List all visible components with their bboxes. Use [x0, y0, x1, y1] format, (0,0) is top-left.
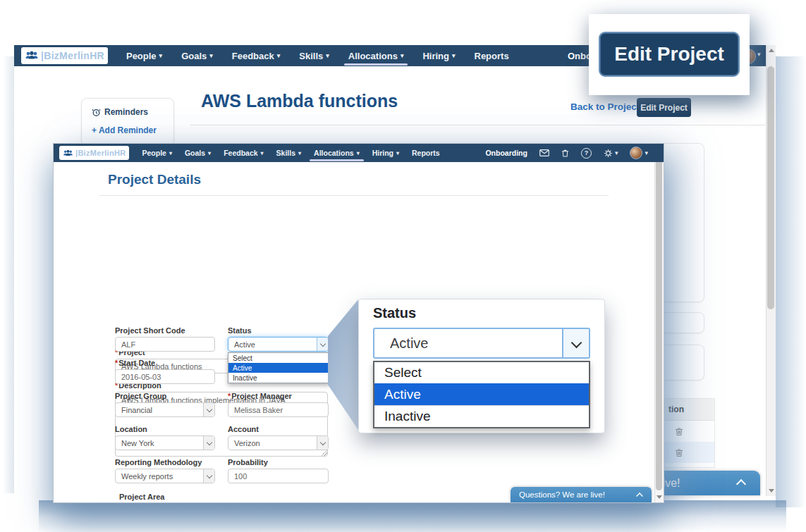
project-group-select[interactable]: Financial	[115, 402, 215, 417]
reminders-title: Reminders	[104, 107, 148, 117]
resize-grip[interactable]	[321, 450, 327, 456]
status-option-inactive[interactable]: Inactive	[228, 373, 329, 383]
gear-icon	[604, 149, 613, 158]
chevron-down-icon: ▾	[277, 52, 281, 59]
live-chat-bar[interactable]: Questions? We are live!	[511, 487, 652, 502]
chevron-up-icon[interactable]	[636, 493, 643, 500]
account-label: Account	[228, 425, 259, 433]
project-group-label: Project Group	[115, 392, 166, 400]
nav-item-feedback[interactable]: Feedback▾	[224, 144, 263, 162]
nav-item-skills[interactable]: Skills▾	[276, 144, 301, 162]
chevron-down-icon: ▾	[357, 150, 360, 156]
nav-item-people[interactable]: People▾	[126, 45, 162, 66]
divider	[99, 195, 609, 196]
status-option-inactive[interactable]: Inactive	[374, 405, 589, 427]
chevron-up-icon[interactable]	[736, 479, 746, 489]
nav-item-goals[interactable]: Goals▾	[185, 144, 211, 162]
chevron-down-icon: ▾	[401, 52, 404, 59]
side-panel	[659, 345, 704, 381]
chevron-down-icon: ▾	[169, 150, 172, 156]
chevron-down-icon: ▾	[326, 52, 329, 59]
page-title: AWS Lambda functions	[201, 91, 398, 111]
brand-logo[interactable]: |BizMerlinHR	[59, 146, 129, 160]
edit-project-button-zoomed[interactable]: Edit Project	[599, 32, 740, 77]
back-to-projects-link[interactable]: Back to Projects	[570, 101, 645, 112]
inner-scrollbar[interactable]	[654, 144, 664, 502]
main-scrollbar[interactable]	[766, 45, 776, 496]
settings-menu[interactable]: ▾	[604, 149, 618, 158]
status-option-active[interactable]: Active	[374, 383, 589, 405]
short-code-input[interactable]	[115, 337, 215, 352]
reporting-methodology-label: Reporting Methodology	[115, 458, 202, 466]
status-select[interactable]: Active	[228, 337, 329, 352]
scroll-down-icon[interactable]	[657, 495, 662, 499]
nav-item-feedback[interactable]: Feedback▾	[232, 45, 281, 66]
chevron-down-icon: ▾	[261, 150, 264, 156]
nav-item-reports[interactable]: Reports	[475, 45, 509, 66]
trash-icon[interactable]	[675, 448, 683, 457]
trash-icon[interactable]	[561, 149, 569, 158]
chevron-down-icon	[317, 436, 328, 450]
chevron-down-icon: ▾	[615, 149, 618, 156]
main-nav-menu: People▾ Goals▾ Feedback▾ Skills▾ Allocat…	[126, 45, 509, 66]
status-magnifier-callout: Status Active Select Active Inactive	[358, 299, 605, 433]
nav-item-onboarding[interactable]: Onboarding	[485, 149, 527, 157]
envelope-icon[interactable]	[539, 149, 549, 156]
brand-name: |BizMerlinHR	[41, 50, 104, 61]
edit-project-button[interactable]: Edit Project	[637, 98, 691, 117]
people-logo-icon	[63, 149, 73, 157]
form-title: Project Details	[108, 172, 201, 187]
status-option-select[interactable]: Select	[374, 362, 589, 383]
nav-item-hiring[interactable]: Hiring▾	[372, 144, 399, 162]
chevron-down-icon: ▾	[452, 52, 456, 59]
chevron-down-icon	[203, 436, 214, 450]
nav-item-skills[interactable]: Skills▾	[299, 45, 329, 66]
status-dropdown-list-zoomed: Select Active Inactive	[373, 361, 590, 428]
page-shadow-bottom	[39, 500, 786, 532]
project-manager-input[interactable]	[228, 402, 329, 417]
nav-item-allocations[interactable]: Allocations▾	[314, 144, 360, 162]
chevron-down-icon[interactable]: ▾	[757, 51, 761, 58]
nav-item-people[interactable]: People▾	[142, 144, 171, 162]
chevron-down-icon: ▾	[208, 150, 211, 156]
nav-item-hiring[interactable]: Hiring▾	[422, 45, 455, 66]
side-panel	[659, 143, 704, 302]
reminders-header[interactable]: Reminders	[92, 107, 148, 117]
nav-item-goals[interactable]: Goals▾	[181, 45, 213, 66]
chevron-down-icon: ▾	[396, 150, 399, 156]
start-date-input[interactable]	[115, 369, 215, 384]
inner-navbar: |BizMerlinHR People▾ Goals▾ Feedback▾ Sk…	[54, 144, 664, 162]
side-panel	[659, 312, 704, 333]
short-code-label: Project Short Code	[115, 326, 185, 335]
trash-icon[interactable]	[675, 427, 683, 436]
user-menu[interactable]: ▾	[630, 147, 648, 159]
nav-item-reports[interactable]: Reports	[412, 144, 440, 162]
brand-name: |BizMerlinHR	[75, 149, 126, 157]
add-reminder-button[interactable]: + Add Reminder	[92, 125, 157, 135]
scroll-down-icon[interactable]	[769, 489, 774, 493]
chevron-down-icon	[203, 469, 214, 483]
location-select[interactable]: New York	[115, 435, 215, 450]
status-label: Status	[228, 326, 252, 335]
account-select[interactable]: Verizon	[228, 435, 329, 450]
nav-item-allocations[interactable]: Allocations▾	[348, 45, 404, 66]
help-icon[interactable]: ?	[581, 148, 592, 159]
location-label: Location	[115, 425, 147, 433]
status-option-active[interactable]: Active	[228, 363, 329, 373]
scrollbar-thumb[interactable]	[656, 154, 662, 490]
page-shadow-right	[776, 56, 806, 507]
scroll-up-icon[interactable]	[769, 49, 774, 52]
chevron-down-icon: ▾	[159, 52, 163, 59]
status-select-zoomed[interactable]: Active	[373, 328, 590, 359]
people-logo-icon	[25, 51, 39, 61]
status-option-select[interactable]: Select	[228, 353, 329, 363]
project-manager-label: *Project Manager	[228, 392, 292, 400]
scrollbar-thumb[interactable]	[767, 66, 774, 309]
alarm-clock-icon	[92, 108, 101, 117]
chevron-down-icon: ▾	[209, 52, 213, 59]
reporting-methodology-select[interactable]: Weekly reports	[115, 469, 215, 483]
brand-logo[interactable]: |BizMerlinHR	[21, 47, 108, 64]
reminders-card: Reminders + Add Reminder	[81, 98, 174, 146]
status-dropdown-list: Select Active Inactive	[228, 352, 330, 383]
probability-input[interactable]	[228, 469, 329, 483]
